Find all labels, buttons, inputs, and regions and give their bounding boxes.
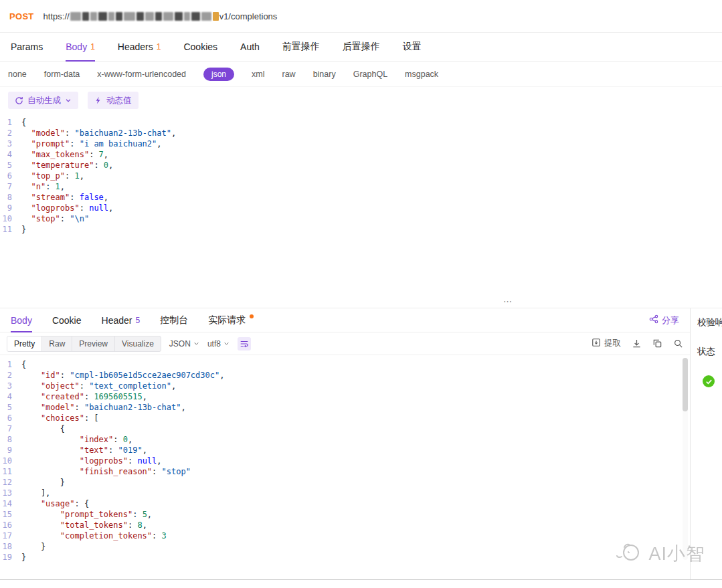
- body-type-msgpack[interactable]: msgpack: [405, 70, 438, 79]
- status-label: 状态: [697, 346, 722, 358]
- line-number: 5: [0, 402, 21, 413]
- body-type-graphql[interactable]: GraphQL: [353, 70, 387, 79]
- body-type-none[interactable]: none: [8, 70, 27, 79]
- code-line: 3 "prompt": "i am baichuan2",: [0, 138, 722, 149]
- tab-params[interactable]: Params: [11, 33, 43, 61]
- line-number: 15: [0, 509, 21, 520]
- notification-dot: [250, 314, 254, 318]
- url-redacted-segment: [175, 12, 183, 21]
- body-type-urlencoded[interactable]: x-www-form-urlencoded: [97, 70, 186, 79]
- chevron-down-icon: [65, 97, 72, 104]
- response-tab-console[interactable]: 控制台: [160, 308, 188, 332]
- code-line: 17 "completion_tokens": 3: [0, 530, 690, 541]
- tab-count-badge: 1: [90, 42, 95, 52]
- line-number: 10: [0, 456, 21, 466]
- line-number: 11: [0, 466, 21, 477]
- url-redacted-segment: [201, 12, 211, 21]
- panel-splitter[interactable]: ⋯: [0, 298, 722, 308]
- auto-generate-button[interactable]: 自动生成: [8, 92, 78, 109]
- dynamic-value-button[interactable]: 动态值: [88, 92, 139, 109]
- code-line: 10 "stop": "\n": [0, 213, 722, 224]
- line-number: 7: [0, 181, 21, 192]
- view-mode-switcher: Pretty Raw Preview Visualize: [7, 336, 161, 352]
- magic-wand-icon: [94, 96, 102, 104]
- api-tool-window: { "colors": { "accent": "#7c45d6", "oran…: [0, 0, 722, 588]
- code-line: 7 {: [0, 423, 690, 434]
- word-wrap-icon[interactable]: [238, 337, 251, 351]
- download-button[interactable]: [632, 338, 642, 349]
- response-tab-actual-request[interactable]: 实际请求: [208, 308, 254, 332]
- url-redacted-segment: [90, 12, 97, 21]
- code-line: 6 "top_p": 1,: [0, 171, 722, 181]
- url-redacted-segment: [155, 12, 162, 21]
- url-prefix: https://: [43, 11, 70, 21]
- line-number: 10: [0, 213, 21, 224]
- code-line: 2 "id": "cmpl-1b605e1d5cce2aec907cd30c",: [0, 370, 690, 381]
- line-number: 11: [0, 224, 21, 235]
- line-number: 2: [0, 370, 21, 381]
- url-redacted-segment: [191, 12, 200, 21]
- format-select[interactable]: JSON: [169, 339, 199, 349]
- tab-label: 设置: [403, 41, 422, 53]
- view-mode-pretty[interactable]: Pretty: [7, 336, 42, 351]
- body-type-raw[interactable]: raw: [282, 70, 295, 79]
- tab-settings[interactable]: 设置: [403, 33, 422, 61]
- response-panel: Body Cookie Header5 控制台 实际请求 分享 Pretty R…: [0, 308, 691, 580]
- line-number: 1: [0, 117, 21, 128]
- http-method-label[interactable]: POST: [9, 11, 34, 21]
- code-line: 5 "temperature": 0,: [0, 160, 722, 171]
- tab-post-operations[interactable]: 后置操作: [343, 33, 380, 61]
- copy-button[interactable]: [652, 338, 662, 349]
- chevron-down-icon: [193, 339, 199, 349]
- response-tab-cookie[interactable]: Cookie: [52, 308, 82, 332]
- line-number: 14: [0, 498, 21, 509]
- view-mode-raw[interactable]: Raw: [42, 336, 72, 351]
- tab-label: Cookie: [52, 315, 82, 326]
- tab-cookies[interactable]: Cookies: [183, 33, 217, 61]
- line-number: 4: [0, 149, 21, 160]
- code-line: 1{: [0, 117, 722, 128]
- view-mode-visualize[interactable]: Visualize: [115, 336, 161, 351]
- line-number: 5: [0, 160, 21, 171]
- search-icon[interactable]: [673, 338, 683, 349]
- code-line: 4 "created": 1695605515,: [0, 391, 690, 402]
- encoding-select-value: utf8: [207, 339, 221, 349]
- line-number: 18: [0, 541, 21, 552]
- tab-body[interactable]: Body1: [66, 33, 95, 61]
- code-line: 9 "text": "019",: [0, 445, 690, 456]
- url-redacted-segment: [184, 12, 190, 21]
- response-json-editor[interactable]: 1{2 "id": "cmpl-1b605e1d5cce2aec907cd30c…: [0, 355, 690, 566]
- body-editor-toolbar: 自动生成 动态值: [0, 87, 722, 114]
- body-type-form-data[interactable]: form-data: [44, 70, 80, 79]
- splitter-drag-handle-icon[interactable]: ⋯: [503, 296, 513, 306]
- encoding-select[interactable]: utf8: [207, 339, 230, 349]
- scrollbar-thumb[interactable]: [683, 358, 688, 411]
- body-type-xml[interactable]: xml: [252, 70, 264, 79]
- tab-label: Auth: [240, 41, 260, 52]
- url-redacted-segment: [124, 12, 135, 21]
- response-tab-header[interactable]: Header5: [102, 308, 141, 332]
- request-url-input[interactable]: https:// v1/completions: [43, 11, 278, 21]
- response-tab-body[interactable]: Body: [11, 308, 32, 332]
- line-number: 1: [0, 359, 21, 370]
- extract-button[interactable]: 提取: [592, 338, 621, 349]
- code-line: 18 }: [0, 541, 690, 552]
- dynamic-value-label: 动态值: [106, 95, 132, 106]
- tab-auth[interactable]: Auth: [240, 33, 260, 61]
- code-line: 19}: [0, 552, 690, 563]
- extract-label: 提取: [604, 338, 621, 349]
- line-number: 8: [0, 434, 21, 445]
- scrollbar-track[interactable]: [683, 358, 688, 560]
- line-number: 6: [0, 171, 21, 181]
- code-line: 7 "n": 1,: [0, 181, 722, 192]
- tab-pre-operations[interactable]: 前置操作: [282, 33, 320, 61]
- tab-headers[interactable]: Headers1: [118, 33, 161, 61]
- request-json-editor[interactable]: 1{2 "model": "baichuan2-13b-chat",3 "pro…: [0, 114, 722, 298]
- view-mode-preview[interactable]: Preview: [72, 336, 115, 351]
- validate-response-tab[interactable]: 校验响应: [697, 316, 722, 328]
- url-redacted-segment: [116, 12, 122, 21]
- share-button[interactable]: 分享: [649, 314, 679, 326]
- body-type-json[interactable]: json: [203, 68, 234, 81]
- body-type-binary[interactable]: binary: [313, 70, 336, 79]
- tab-label: Body: [66, 41, 87, 52]
